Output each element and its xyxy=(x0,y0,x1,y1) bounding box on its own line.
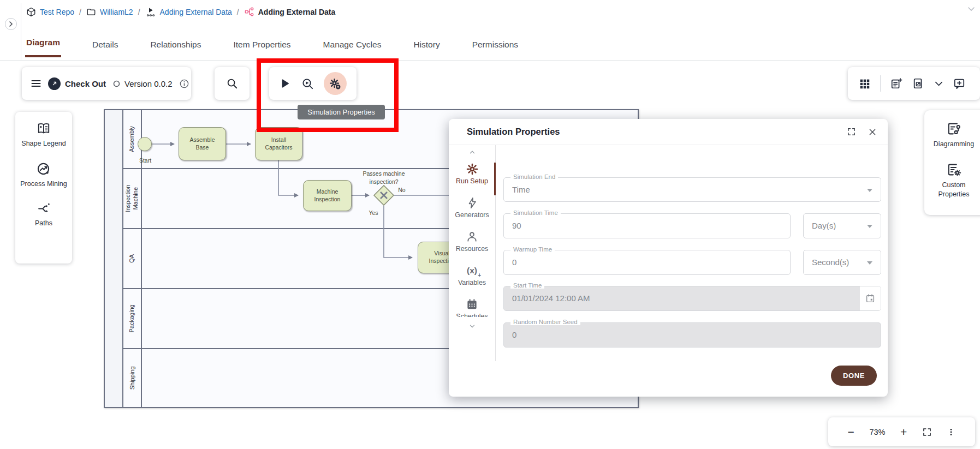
dropdown-caret-icon xyxy=(867,225,872,228)
tab-relationships[interactable]: Relationships xyxy=(149,33,202,57)
grid-icon xyxy=(859,78,870,89)
open-book-icon xyxy=(36,122,51,136)
tab-details[interactable]: Details xyxy=(91,33,119,57)
run-simulation-button[interactable] xyxy=(279,77,291,89)
dropdown-caret-icon xyxy=(867,261,872,265)
tab-history[interactable]: History xyxy=(412,33,441,57)
dialog-expand-button[interactable] xyxy=(847,127,856,136)
nav-item-label: Generators xyxy=(455,211,489,219)
nav-item-variables[interactable]: (x) + Variables xyxy=(449,264,496,286)
play-icon xyxy=(279,77,291,89)
zoom-bar: − 73% + xyxy=(828,417,975,446)
breadcrumb-repo[interactable]: Test Repo xyxy=(26,7,74,17)
nav-scroll-up-button[interactable] xyxy=(468,148,477,158)
dropdown-caret-icon xyxy=(867,189,872,192)
panel-item-label: Process Mining xyxy=(20,179,67,189)
fullscreen-icon xyxy=(922,427,932,437)
breadcrumb-separator: / xyxy=(79,8,81,16)
check-out-button[interactable]: Check Out xyxy=(48,77,106,90)
paths-icon xyxy=(37,202,51,215)
menu-button[interactable] xyxy=(31,78,41,89)
tab-item-properties[interactable]: Item Properties xyxy=(232,33,292,57)
version-info-button[interactable] xyxy=(179,79,189,89)
new-document-button[interactable] xyxy=(890,77,902,89)
preview-run-button[interactable] xyxy=(301,77,314,90)
shape-legend-button[interactable]: Shape Legend xyxy=(21,122,66,148)
person-icon xyxy=(466,230,478,243)
tab-diagram[interactable]: Diagram xyxy=(25,31,61,57)
dialog-close-button[interactable] xyxy=(868,128,877,136)
warmup-time-unit-select[interactable]: Second(s) xyxy=(803,250,881,275)
simulation-end-select[interactable]: Simulation End Time xyxy=(503,177,881,202)
expand-left-panel-button[interactable] xyxy=(5,18,17,30)
start-event-circle[interactable] xyxy=(138,137,152,151)
task-machine-inspection[interactable]: Machine Inspection xyxy=(303,180,352,211)
field-value: 90 xyxy=(504,214,790,237)
toolbar-divider xyxy=(880,75,881,92)
simulation-properties-button[interactable] xyxy=(324,72,347,95)
calendar-icon xyxy=(466,298,478,311)
kebab-menu-icon xyxy=(947,427,955,437)
more-options-button[interactable] xyxy=(947,427,955,437)
search-icon xyxy=(226,77,238,89)
paths-button[interactable]: Paths xyxy=(35,202,52,228)
chevron-right-icon xyxy=(8,21,14,27)
breadcrumb-link[interactable]: Adding External Data xyxy=(160,8,232,16)
fit-to-screen-button[interactable] xyxy=(922,427,932,437)
simulation-form: Simulation End Time Simulation Time 90 D… xyxy=(496,145,888,361)
left-tools-panel: Shape Legend Process Mining Paths xyxy=(15,112,72,264)
warmup-time-input[interactable]: Warmup Time 0 xyxy=(503,250,791,275)
breadcrumb-process[interactable]: Adding External Data xyxy=(145,7,232,17)
nav-item-label: Resources xyxy=(456,245,489,253)
document-export-icon xyxy=(912,77,924,89)
process-icon xyxy=(145,7,156,17)
nav-item-run-setup[interactable]: Run Setup xyxy=(449,163,496,185)
field-value: 0 xyxy=(504,323,881,346)
shape-library-button[interactable] xyxy=(859,78,870,89)
nav-item-schedules[interactable]: Schedules xyxy=(449,298,496,317)
panel-item-label: Custom Properties xyxy=(926,181,980,199)
diagram-toolbar: Check Out Version 0.0.2 xyxy=(22,67,191,100)
fullscreen-icon xyxy=(847,127,856,136)
tab-bar-divider xyxy=(0,60,980,61)
task-install-capacitors[interactable]: Install Capacitors xyxy=(255,127,302,160)
done-button[interactable]: DONE xyxy=(831,366,877,386)
document-plus-icon xyxy=(890,77,902,89)
search-toolbar xyxy=(215,67,250,100)
breadcrumb-link[interactable]: Test Repo xyxy=(40,8,74,16)
diagramming-button[interactable]: Diagramming xyxy=(934,121,974,149)
nav-item-generators[interactable]: Generators xyxy=(449,196,496,219)
lane-label: QA xyxy=(128,250,136,267)
nav-item-label: Schedules xyxy=(456,313,488,317)
flowchart-icon xyxy=(244,7,254,17)
export-document-button[interactable] xyxy=(912,77,924,89)
start-time-input: Start Time 01/01/2024 12:00 AM xyxy=(503,286,881,311)
simulation-time-input[interactable]: Simulation Time 90 xyxy=(503,213,791,238)
nav-scroll-area: Run Setup Generators Resources (x) + xyxy=(449,163,496,317)
zoom-in-button[interactable]: + xyxy=(900,426,907,438)
simulation-properties-dialog: Simulation Properties Run Setup xyxy=(449,119,888,397)
field-value: Time xyxy=(504,178,881,201)
nav-item-resources[interactable]: Resources xyxy=(449,230,496,253)
lane-label: Shipping xyxy=(128,367,136,390)
process-mining-button[interactable]: Process Mining xyxy=(20,161,67,189)
nav-item-label: Variables xyxy=(458,279,486,286)
nav-scroll-down-button[interactable] xyxy=(468,322,477,332)
add-comment-button[interactable] xyxy=(953,77,965,89)
task-assemble-base[interactable]: Assemble Base xyxy=(179,127,226,160)
field-value: 0 xyxy=(504,250,790,274)
breadcrumb-link[interactable]: WilliamL2 xyxy=(100,8,133,16)
random-seed-input: Random Number Seed 0 xyxy=(503,322,881,348)
breadcrumb-current-item: Adding External Data xyxy=(244,7,336,17)
collapse-header-icon[interactable] xyxy=(967,4,976,15)
field-value: 01/01/2024 12:00 AM xyxy=(504,286,881,310)
breadcrumb-folder[interactable]: WilliamL2 xyxy=(86,7,133,17)
zoom-out-button[interactable]: − xyxy=(848,426,854,438)
simulation-time-unit-select[interactable]: Day(s) xyxy=(803,213,881,238)
custom-properties-button[interactable]: Custom Properties xyxy=(926,162,980,199)
gear-icon xyxy=(466,163,479,176)
search-button[interactable] xyxy=(226,77,238,89)
tab-permissions[interactable]: Permissions xyxy=(471,33,519,57)
more-export-options-button[interactable] xyxy=(934,79,943,88)
tab-manage-cycles[interactable]: Manage Cycles xyxy=(322,33,383,57)
